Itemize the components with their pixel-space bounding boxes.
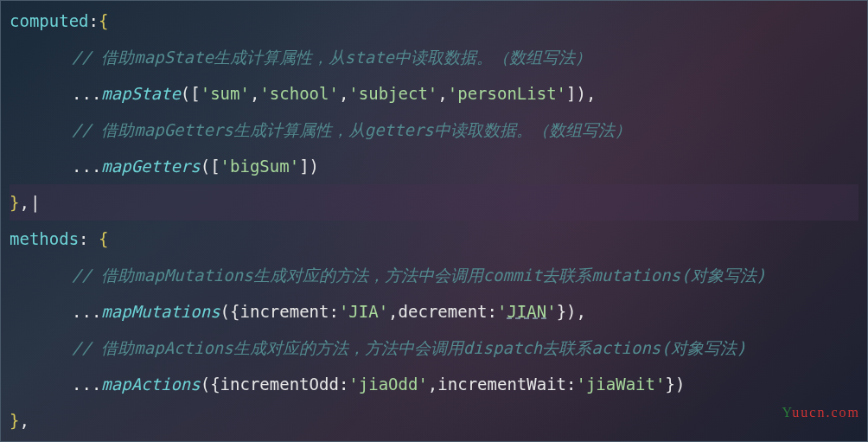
func-mapstate: mapState — [101, 75, 181, 112]
comment-mapmutations: // 借助mapMutations生成对应的方法，方法中会调用commit去联系… — [72, 257, 766, 293]
func-mapgetters: mapGetters — [101, 148, 200, 184]
code-line-10[interactable]: // 借助mapActions生成对应的方法，方法中会调用dispatch去联系… — [10, 330, 858, 366]
code-line-11[interactable]: ...mapActions({incrementOdd:'jiaOdd',inc… — [10, 366, 858, 402]
code-line-5[interactable]: ...mapGetters(['bigSum']) — [10, 148, 858, 184]
code-line-6-highlighted[interactable]: },| — [10, 184, 858, 221]
text-cursor: | — [30, 184, 40, 221]
code-line-8[interactable]: // 借助mapMutations生成对应的方法，方法中会调用commit去联系… — [10, 257, 858, 293]
comment-mapactions: // 借助mapActions生成对应的方法，方法中会调用dispatch去联系… — [72, 330, 746, 366]
code-line-9[interactable]: ...mapMutations({increment:'JIA',decreme… — [10, 293, 858, 330]
code-line-7[interactable]: methods: { — [10, 221, 858, 257]
comment-mapstate: // 借助mapState生成计算属性，从state中读取数据。（数组写法） — [72, 39, 591, 75]
code-line-12[interactable]: }, — [10, 402, 858, 439]
code-line-1[interactable]: computed:{ — [10, 3, 858, 39]
code-editor[interactable]: computed:{ // 借助mapState生成计算属性，从state中读取… — [1, 1, 867, 440]
code-line-4[interactable]: // 借助mapGetters生成计算属性，从getters中读取数据。（数组写… — [10, 112, 858, 148]
func-mapactions: mapActions — [101, 366, 200, 402]
code-line-3[interactable]: ...mapState(['sum','school','subject','p… — [10, 75, 858, 112]
code-line-2[interactable]: // 借助mapState生成计算属性，从state中读取数据。（数组写法） — [10, 39, 858, 75]
underlined-jian: JIAN — [507, 293, 546, 330]
comment-mapgetters: // 借助mapGetters生成计算属性，从getters中读取数据。（数组写… — [72, 112, 631, 148]
property-methods: methods — [10, 221, 79, 257]
property-computed: computed — [10, 3, 89, 39]
func-mapmutations: mapMutations — [101, 293, 220, 330]
watermark: Yuucn.com — [782, 394, 860, 431]
